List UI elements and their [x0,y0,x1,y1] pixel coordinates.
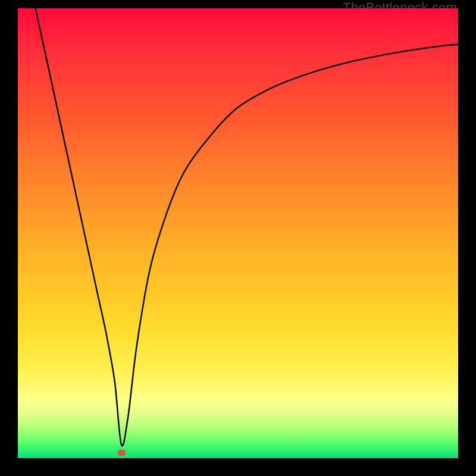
bottleneck-curve [18,8,458,458]
plot-area [18,8,458,458]
minimum-marker [118,450,126,456]
chart-frame: TheBottleneck.com [0,0,476,476]
